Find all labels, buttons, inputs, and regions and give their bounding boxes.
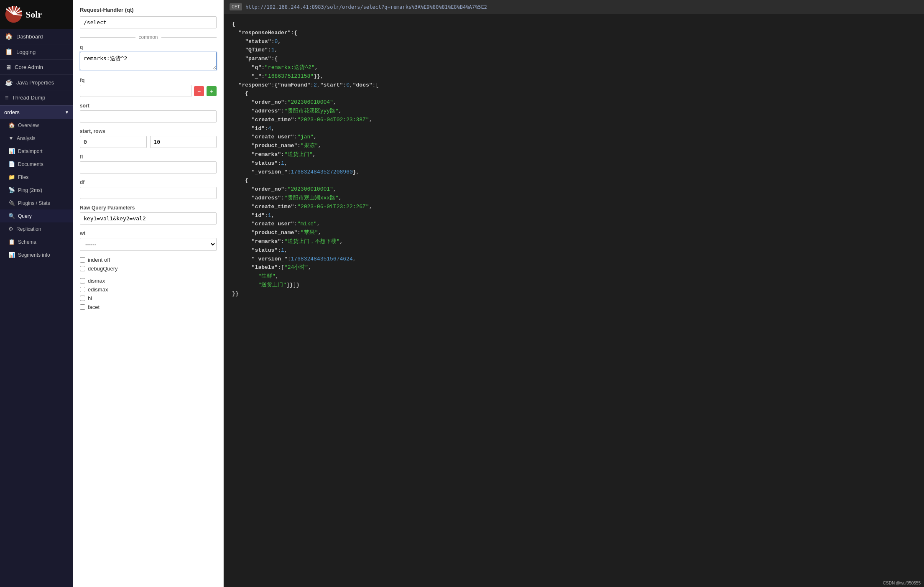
sidebar-item-ping[interactable]: 📡 Ping (2ms) — [0, 184, 73, 197]
wt-group: wt ------ json xml csv python ruby php v… — [80, 230, 217, 251]
dataimport-icon: 📊 — [8, 148, 15, 154]
sidebar-item-dataimport[interactable]: 📊 Dataimport — [0, 145, 73, 158]
ping-icon: 📡 — [8, 187, 15, 193]
sidebar-item-label: Logging — [16, 49, 36, 55]
debug-query-row: debugQuery — [80, 265, 217, 272]
http-method-badge: GET — [230, 3, 242, 10]
raw-query-label: Raw Query Parameters — [80, 205, 217, 211]
analysis-icon: ▼ — [8, 135, 14, 141]
sidebar-item-logging[interactable]: 📋 Logging — [0, 44, 73, 60]
logo-area: Solr — [0, 0, 73, 29]
fl-input[interactable] — [80, 161, 217, 174]
sidebar-item-documents[interactable]: 📄 Documents — [0, 158, 73, 171]
sidebar-item-segments-info[interactable]: 📊 Segments info — [0, 248, 73, 261]
files-icon: 📁 — [8, 174, 15, 180]
request-handler-label: Request-Handler (qt) — [80, 7, 217, 13]
start-input[interactable] — [80, 136, 147, 148]
checkboxes-group: indent off debugQuery — [80, 257, 217, 272]
plugins-icon: 🔌 — [8, 200, 15, 206]
request-handler-input[interactable] — [80, 16, 217, 28]
df-input[interactable] — [80, 187, 217, 199]
sidebar-item-thread-dump[interactable]: ≡ Thread Dump — [0, 90, 73, 105]
sidebar-item-replication[interactable]: ⚙ Replication — [0, 222, 73, 235]
q-label: q — [80, 44, 217, 50]
edismax-checkbox[interactable] — [80, 287, 85, 292]
query-icon: 🔍 — [8, 213, 15, 219]
common-label: common — [135, 34, 161, 40]
sub-nav-label: Segments info — [18, 252, 50, 258]
fq-add-button[interactable]: + — [207, 86, 217, 96]
json-output: { "responseHeader":{ "status":0, "QTime"… — [224, 14, 924, 304]
sub-nav-label: Dataimport — [18, 148, 43, 154]
wt-label: wt — [80, 230, 217, 236]
solr-logo-icon — [4, 5, 23, 24]
sidebar-item-files[interactable]: 📁 Files — [0, 171, 73, 184]
sidebar-item-label: Java Properties — [16, 79, 54, 86]
fl-label: fl — [80, 154, 217, 160]
core-admin-icon: 🖥 — [5, 64, 11, 71]
java-icon: ☕ — [5, 79, 13, 86]
sub-nav: 🏠 Overview ▼ Analysis 📊 Dataimport 📄 Doc… — [0, 119, 73, 261]
result-url: http://192.168.244.41:8983/solr/orders/s… — [245, 4, 487, 10]
query-panel: Request-Handler (qt) common q fq − + sor… — [73, 0, 224, 587]
sidebar-item-label: Dashboard — [16, 33, 43, 40]
sub-nav-label: Analysis — [17, 135, 36, 141]
df-group: df — [80, 179, 217, 199]
indent-off-label: indent off — [88, 257, 110, 263]
wt-select[interactable]: ------ json xml csv python ruby php velo… — [80, 238, 217, 251]
sidebar-item-schema[interactable]: 📋 Schema — [0, 235, 73, 248]
facet-row: facet — [80, 304, 217, 310]
sidebar-item-analysis[interactable]: ▼ Analysis — [0, 132, 73, 145]
sub-nav-label: Query — [18, 213, 32, 219]
sort-group: sort — [80, 103, 217, 123]
sidebar-item-core-admin[interactable]: 🖥 Core Admin — [0, 60, 73, 75]
start-rows-group: start, rows — [80, 128, 217, 148]
debug-query-checkbox[interactable] — [80, 266, 85, 271]
rows-input[interactable] — [150, 136, 217, 148]
thread-dump-icon: ≡ — [5, 94, 9, 101]
fq-remove-button[interactable]: − — [194, 86, 204, 96]
sub-nav-label: Ping (2ms) — [18, 187, 42, 193]
result-panel: GET http://192.168.244.41:8983/solr/orde… — [224, 0, 924, 587]
sidebar-item-query[interactable]: 🔍 Query — [0, 209, 73, 222]
dismax-checkbox[interactable] — [80, 278, 85, 283]
hl-checkbox[interactable] — [80, 296, 85, 301]
edismax-label: edismax — [88, 286, 108, 293]
fl-group: fl — [80, 154, 217, 174]
sidebar: Solr 🏠 Dashboard 📋 Logging 🖥 Core Admin … — [0, 0, 73, 587]
sidebar-item-label: Core Admin — [15, 64, 43, 70]
sidebar-item-dashboard[interactable]: 🏠 Dashboard — [0, 29, 73, 44]
sub-nav-label: Overview — [18, 123, 39, 128]
dismax-label: dismax — [88, 278, 105, 284]
q-input[interactable] — [80, 52, 217, 70]
sort-input[interactable] — [80, 110, 217, 123]
sub-nav-label: Plugins / Stats — [18, 200, 50, 206]
extra-checkboxes-group: dismax edismax hl facet — [80, 278, 217, 310]
watermark: CSDN @wu/950555 — [883, 581, 921, 585]
segments-icon: 📊 — [8, 252, 15, 258]
sub-nav-label: Replication — [16, 226, 41, 232]
logo-text: Solr — [26, 9, 42, 20]
edismax-row: edismax — [80, 286, 217, 293]
sidebar-item-label: Thread Dump — [12, 94, 45, 101]
q-group: q — [80, 44, 217, 71]
url-bar: GET http://192.168.244.41:8983/solr/orde… — [224, 0, 924, 14]
fq-row: − + — [80, 85, 217, 97]
start-rows-row — [80, 136, 217, 148]
top-nav: 🏠 Dashboard 📋 Logging 🖥 Core Admin ☕ Jav… — [0, 29, 73, 105]
hl-row: hl — [80, 295, 217, 301]
raw-query-input[interactable] — [80, 212, 217, 225]
chevron-down-icon: ▼ — [65, 110, 69, 115]
sort-label: sort — [80, 103, 217, 109]
core-selector[interactable]: orders ▼ — [0, 105, 73, 119]
indent-off-row: indent off — [80, 257, 217, 263]
indent-off-checkbox[interactable] — [80, 257, 85, 263]
fq-group: fq − + — [80, 77, 217, 97]
sidebar-item-java-properties[interactable]: ☕ Java Properties — [0, 75, 73, 90]
main-content: Request-Handler (qt) common q fq − + sor… — [73, 0, 924, 587]
sidebar-item-overview[interactable]: 🏠 Overview — [0, 119, 73, 132]
sub-nav-label: Documents — [18, 161, 43, 167]
facet-checkbox[interactable] — [80, 304, 85, 310]
sidebar-item-plugins-stats[interactable]: 🔌 Plugins / Stats — [0, 197, 73, 209]
fq-input[interactable] — [80, 85, 191, 97]
